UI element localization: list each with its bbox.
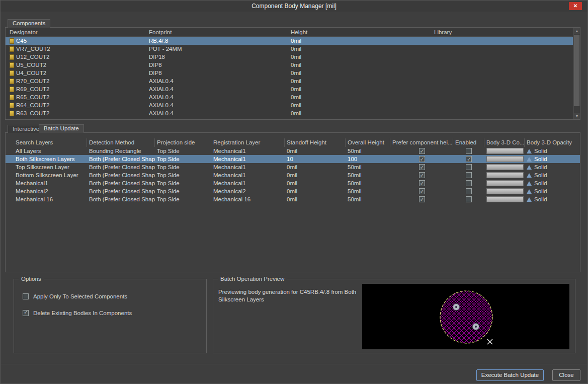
component-row[interactable]: U4_COUT2DIP80mil xyxy=(6,69,573,77)
component-row[interactable]: R70_COUT2AXIAL0.40mil xyxy=(6,77,573,85)
column-header[interactable]: Prefer component hei... xyxy=(390,138,453,147)
enabled-cell xyxy=(453,195,484,203)
prefer-height-checkbox[interactable] xyxy=(419,148,425,154)
body-color-swatch[interactable] xyxy=(486,180,524,186)
component-row[interactable]: U12_COUT2DIP180mil xyxy=(6,53,573,61)
enabled-checkbox[interactable] xyxy=(466,188,472,194)
prefer-height-checkbox[interactable] xyxy=(419,172,425,178)
component-icon xyxy=(10,79,14,84)
batch-row[interactable]: Bottom Silkscreen LayerBoth (Prefer Clos… xyxy=(6,171,580,179)
body-color-cell xyxy=(484,187,525,195)
body-opacity-cell[interactable]: Solid xyxy=(525,171,580,179)
option-checkbox[interactable] xyxy=(23,293,29,299)
batch-row[interactable]: All LayersBounding RectangleTop SideMech… xyxy=(6,147,580,155)
component-row[interactable]: R63_COUT2AXIAL0.40mil xyxy=(6,109,573,117)
scroll-up-icon[interactable] xyxy=(574,28,580,34)
column-header[interactable]: Detection Method xyxy=(87,138,155,147)
batch-table-body: All LayersBounding RectangleTop SideMech… xyxy=(6,147,580,203)
library-cell xyxy=(434,85,573,93)
enabled-checkbox[interactable] xyxy=(466,196,472,202)
body-opacity-cell[interactable]: Solid xyxy=(525,155,580,163)
component-row[interactable]: R65_COUT2AXIAL0.40mil xyxy=(6,93,573,101)
column-header[interactable]: Height xyxy=(291,28,434,37)
close-dialog-button[interactable]: Close xyxy=(552,369,580,381)
components-panel: DesignatorFootprintHeightLibrary C45RB.4… xyxy=(5,27,580,120)
option-row[interactable]: Apply Only To Selected Components xyxy=(23,293,206,300)
component-row[interactable]: R64_COUT2AXIAL0.40mil xyxy=(6,101,573,109)
column-header[interactable]: Body 3-D Co... xyxy=(484,138,525,147)
detection-method-cell: Both (Prefer Closed Shape xyxy=(87,187,155,195)
designator-text: U4_COUT2 xyxy=(16,69,46,77)
standoff-height-cell: 10 xyxy=(285,155,346,163)
column-header[interactable]: Designator xyxy=(10,28,149,37)
opacity-value: Solid xyxy=(534,179,547,187)
batch-row[interactable]: Mechanical2Both (Prefer Closed ShapeTop … xyxy=(6,187,580,195)
body-opacity-cell[interactable]: Solid xyxy=(525,195,580,203)
column-header[interactable]: Footprint xyxy=(149,28,291,37)
enabled-checkbox[interactable] xyxy=(466,172,472,178)
component-row[interactable]: VR7_COUT2POT - 24MM0mil xyxy=(6,45,573,53)
enabled-checkbox[interactable] xyxy=(466,156,472,162)
execute-batch-update-button[interactable]: Execute Batch Update xyxy=(476,369,544,381)
search-layers-cell: Mechanical 16 xyxy=(14,195,87,203)
column-header[interactable]: Enabled xyxy=(453,138,484,147)
batch-row[interactable]: Both Silkscreen LayersBoth (Prefer Close… xyxy=(6,155,580,163)
body-opacity-cell[interactable]: Solid xyxy=(525,147,580,155)
column-header[interactable]: Overall Height xyxy=(346,138,390,147)
body-color-swatch[interactable] xyxy=(486,196,524,202)
component-row[interactable]: C45RB.4/.80mil xyxy=(6,37,573,45)
height-cell: 0mil xyxy=(291,45,434,53)
column-header[interactable]: Body 3-D Opacity xyxy=(525,138,576,147)
component-row[interactable]: R69_COUT2AXIAL0.40mil xyxy=(6,85,573,93)
body-opacity-cell[interactable]: Solid xyxy=(525,187,580,195)
component-row[interactable]: U5_COUT2DIP80mil xyxy=(6,61,573,69)
column-header[interactable]: Projection side xyxy=(155,138,211,147)
prefer-height-checkbox[interactable] xyxy=(419,180,425,186)
library-cell xyxy=(434,101,573,109)
column-header[interactable]: Registration Layer xyxy=(211,138,285,147)
body-color-swatch[interactable] xyxy=(486,164,524,170)
options-title: Options xyxy=(19,275,44,282)
body-color-swatch[interactable] xyxy=(486,148,524,154)
batch-row[interactable]: Mechanical 16Both (Prefer Closed ShapeTo… xyxy=(6,195,580,203)
tab-batch-update[interactable]: Batch Update xyxy=(39,124,84,133)
prefer-height-checkbox[interactable] xyxy=(419,188,425,194)
components-scrollbar[interactable] xyxy=(573,28,580,119)
body-opacity-cell[interactable]: Solid xyxy=(525,179,580,187)
enabled-checkbox[interactable] xyxy=(466,164,472,170)
scrollbar-thumb[interactable] xyxy=(574,35,579,106)
opacity-triangle-icon xyxy=(527,181,532,186)
column-header[interactable]: Standoff Height xyxy=(285,138,346,147)
body-color-cell xyxy=(484,163,525,171)
enabled-cell xyxy=(453,179,484,187)
standoff-height-cell: 0mil xyxy=(285,171,346,179)
prefer-height-checkbox[interactable] xyxy=(419,164,425,170)
body-color-swatch[interactable] xyxy=(486,156,524,162)
option-row[interactable]: Delete Existing Bodies In Components xyxy=(23,310,206,317)
tab-components[interactable]: Components xyxy=(8,19,50,28)
column-header[interactable]: Search Layers xyxy=(14,138,87,147)
scroll-down-icon[interactable] xyxy=(574,113,580,119)
body-opacity-cell[interactable]: Solid xyxy=(525,163,580,171)
components-table-body: C45RB.4/.80milVR7_COUT2POT - 24MM0milU12… xyxy=(6,37,573,119)
component-icon xyxy=(10,70,14,76)
prefer-height-checkbox[interactable] xyxy=(419,156,425,162)
batch-row[interactable]: Top Silkscreen LayerBoth (Prefer Closed … xyxy=(6,163,580,171)
preview-canvas xyxy=(362,284,569,349)
height-cell: 0mil xyxy=(291,101,434,109)
overall-height-cell: 50mil xyxy=(346,171,390,179)
body-color-swatch[interactable] xyxy=(486,188,524,194)
option-checkbox[interactable] xyxy=(23,310,29,316)
body-color-swatch[interactable] xyxy=(486,172,524,178)
standoff-height-cell: 0mil xyxy=(285,195,346,203)
enabled-checkbox[interactable] xyxy=(466,148,472,154)
standoff-height-cell: 0mil xyxy=(285,147,346,155)
footprint-cell: DIP18 xyxy=(149,53,291,61)
prefer-height-checkbox[interactable] xyxy=(419,196,425,202)
opacity-value: Solid xyxy=(534,195,547,203)
overall-height-cell: 50mil xyxy=(346,147,390,155)
column-header[interactable]: Library xyxy=(434,28,572,37)
batch-row[interactable]: Mechanical1Both (Prefer Closed ShapeTop … xyxy=(6,179,580,187)
close-button[interactable]: ✕ xyxy=(569,2,582,10)
enabled-checkbox[interactable] xyxy=(466,180,472,186)
